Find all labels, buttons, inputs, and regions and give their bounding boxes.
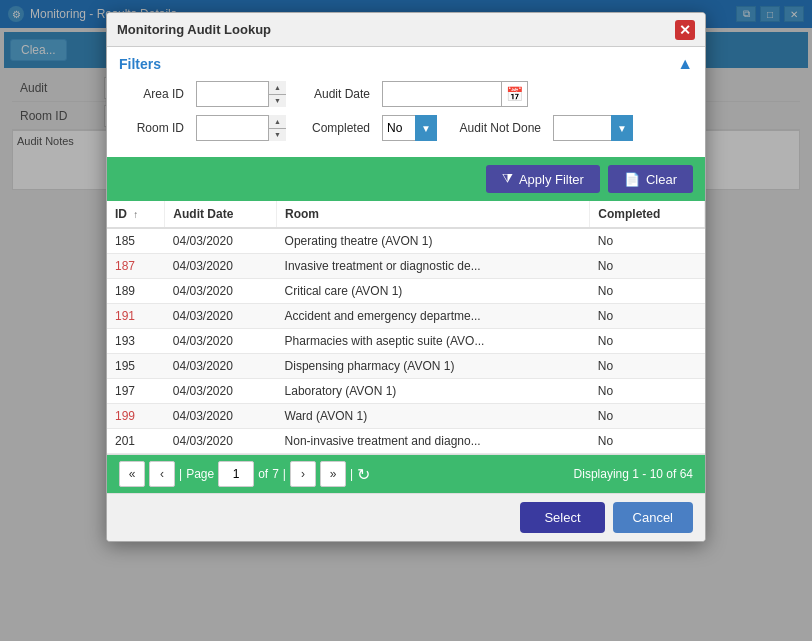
- cell-completed: No: [590, 379, 705, 404]
- cell-completed: No: [590, 254, 705, 279]
- table-row[interactable]: 19304/03/2020Pharmacies with aseptic sui…: [107, 329, 705, 354]
- displaying-text: Displaying 1 - 10 of 64: [574, 467, 693, 481]
- audit-not-done-wrap: ▼: [553, 115, 633, 141]
- audit-date-wrap: 📅: [382, 81, 528, 107]
- modal-overlay: Monitoring Audit Lookup ✕ Filters ▲ Area…: [0, 0, 812, 641]
- cell-room: Ward (AVON 1): [277, 404, 590, 429]
- page-text: Page: [186, 467, 214, 481]
- area-id-label: Area ID: [119, 87, 184, 101]
- prev-page-btn[interactable]: ‹: [149, 461, 175, 487]
- cell-audit-date: 04/03/2020: [165, 379, 277, 404]
- cell-room: Non-invasive treatment and diagno...: [277, 429, 590, 454]
- room-id-spinner: ▲ ▼: [268, 115, 286, 141]
- table-header-row: ID ↑ Audit Date Room Completed: [107, 201, 705, 228]
- cell-audit-date: 04/03/2020: [165, 228, 277, 254]
- cell-id: 185: [107, 228, 165, 254]
- cell-audit-date: 04/03/2020: [165, 304, 277, 329]
- last-page-btn[interactable]: »: [320, 461, 346, 487]
- apply-filter-btn[interactable]: ⧩ Apply Filter: [486, 165, 600, 193]
- table-row[interactable]: 19504/03/2020Dispensing pharmacy (AVON 1…: [107, 354, 705, 379]
- cell-room: Operating theatre (AVON 1): [277, 228, 590, 254]
- filters-title: Filters: [119, 56, 161, 72]
- col-audit-date-label: Audit Date: [173, 207, 233, 221]
- audit-not-done-dropdown-btn[interactable]: ▼: [611, 115, 633, 141]
- table-row[interactable]: 20104/03/2020Non-invasive treatment and …: [107, 429, 705, 454]
- audit-date-input[interactable]: [382, 81, 502, 107]
- area-id-wrap: ▲ ▼: [196, 81, 286, 107]
- room-id-down[interactable]: ▼: [269, 129, 286, 142]
- page-number-input[interactable]: [218, 461, 254, 487]
- cell-audit-date: 04/03/2020: [165, 354, 277, 379]
- cell-room: Laboratory (AVON 1): [277, 379, 590, 404]
- room-id-label: Room ID: [119, 121, 184, 135]
- table-row[interactable]: 19104/03/2020Accident and emergency depa…: [107, 304, 705, 329]
- filter-icon: ⧩: [502, 171, 513, 187]
- table-row[interactable]: 18504/03/2020Operating theatre (AVON 1)N…: [107, 228, 705, 254]
- filter-actions: ⧩ Apply Filter 📄 Clear: [107, 157, 705, 201]
- cell-completed: No: [590, 304, 705, 329]
- data-table: ID ↑ Audit Date Room Completed: [107, 201, 705, 454]
- col-id[interactable]: ID ↑: [107, 201, 165, 228]
- of-text: of: [258, 467, 268, 481]
- clear-icon: 📄: [624, 172, 640, 187]
- cell-room: Accident and emergency departme...: [277, 304, 590, 329]
- cell-room: Invasive treatment or diagnostic de...: [277, 254, 590, 279]
- page-sep-2: |: [283, 467, 286, 481]
- completed-dropdown-btn[interactable]: ▼: [415, 115, 437, 141]
- table-row[interactable]: 19704/03/2020Laboratory (AVON 1)No: [107, 379, 705, 404]
- modal-titlebar: Monitoring Audit Lookup ✕: [107, 13, 705, 47]
- col-id-label: ID: [115, 207, 127, 221]
- select-btn[interactable]: Select: [520, 502, 604, 533]
- sort-arrow-id: ↑: [133, 209, 138, 220]
- apply-filter-label: Apply Filter: [519, 172, 584, 187]
- total-pages: 7: [272, 467, 279, 481]
- col-room[interactable]: Room: [277, 201, 590, 228]
- room-id-wrap: ▲ ▼: [196, 115, 286, 141]
- calendar-btn[interactable]: 📅: [502, 81, 528, 107]
- first-page-btn[interactable]: «: [119, 461, 145, 487]
- cell-id: 191: [107, 304, 165, 329]
- cancel-btn[interactable]: Cancel: [613, 502, 693, 533]
- modal-footer: Select Cancel: [107, 493, 705, 541]
- area-id-up[interactable]: ▲: [269, 81, 286, 95]
- col-audit-date[interactable]: Audit Date: [165, 201, 277, 228]
- cell-id: 189: [107, 279, 165, 304]
- filters-content: Area ID ▲ ▼ Audit Date 📅: [107, 73, 705, 157]
- cell-audit-date: 04/03/2020: [165, 254, 277, 279]
- filter-row-2: Room ID ▲ ▼ Completed No Yes: [119, 115, 693, 141]
- col-completed[interactable]: Completed: [590, 201, 705, 228]
- table-wrap: ID ↑ Audit Date Room Completed: [107, 201, 705, 455]
- refresh-btn[interactable]: ↻: [357, 465, 370, 484]
- room-id-up[interactable]: ▲: [269, 115, 286, 129]
- page-sep-1: |: [179, 467, 182, 481]
- filters-collapse-btn[interactable]: ▲: [677, 55, 693, 73]
- cell-audit-date: 04/03/2020: [165, 279, 277, 304]
- completed-label: Completed: [298, 121, 370, 135]
- clear-filter-btn[interactable]: 📄 Clear: [608, 165, 693, 193]
- cell-id: 201: [107, 429, 165, 454]
- modal-dialog: Monitoring Audit Lookup ✕ Filters ▲ Area…: [106, 12, 706, 542]
- filter-row-1: Area ID ▲ ▼ Audit Date 📅: [119, 81, 693, 107]
- cell-id: 197: [107, 379, 165, 404]
- cell-id: 199: [107, 404, 165, 429]
- clear-label: Clear: [646, 172, 677, 187]
- cell-completed: No: [590, 354, 705, 379]
- area-id-down[interactable]: ▼: [269, 95, 286, 108]
- completed-wrap: No Yes ▼: [382, 115, 437, 141]
- filters-header: Filters ▲: [107, 47, 705, 73]
- cell-completed: No: [590, 228, 705, 254]
- table-row[interactable]: 18904/03/2020Critical care (AVON 1)No: [107, 279, 705, 304]
- modal-body: Filters ▲ Area ID ▲ ▼ Audit Date: [107, 47, 705, 493]
- cell-audit-date: 04/03/2020: [165, 429, 277, 454]
- table-row[interactable]: 19904/03/2020Ward (AVON 1)No: [107, 404, 705, 429]
- modal-close-btn[interactable]: ✕: [675, 20, 695, 40]
- next-page-btn[interactable]: ›: [290, 461, 316, 487]
- cell-completed: No: [590, 404, 705, 429]
- cell-audit-date: 04/03/2020: [165, 404, 277, 429]
- cell-id: 187: [107, 254, 165, 279]
- table-row[interactable]: 18704/03/2020Invasive treatment or diagn…: [107, 254, 705, 279]
- cell-room: Dispensing pharmacy (AVON 1): [277, 354, 590, 379]
- audit-date-label: Audit Date: [298, 87, 370, 101]
- cell-id: 193: [107, 329, 165, 354]
- cell-room: Pharmacies with aseptic suite (AVO...: [277, 329, 590, 354]
